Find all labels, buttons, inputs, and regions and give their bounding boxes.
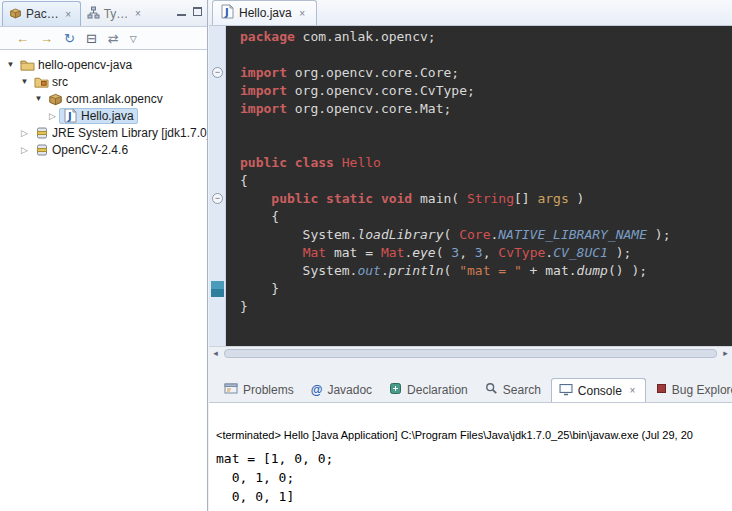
tab-label: Declaration bbox=[407, 383, 468, 397]
package-explorer-tabbar: Pac… Ty… bbox=[0, 0, 207, 27]
horizontal-scrollbar[interactable] bbox=[209, 346, 732, 359]
editor-tabbar: J Hello.java bbox=[209, 0, 732, 26]
tab-label: Console bbox=[578, 384, 622, 398]
scroll-right-icon[interactable] bbox=[719, 348, 732, 358]
tree-item-content[interactable]: JHello.java bbox=[59, 108, 138, 124]
tree-item-content[interactable]: src bbox=[31, 74, 71, 90]
project-tree: ▼hello-opencv-java▼src▼com.anlak.opencv▷… bbox=[0, 50, 207, 158]
collapsed-arrow-icon[interactable]: ▷ bbox=[18, 128, 31, 138]
console-process-info: <terminated> Hello [Java Application] C:… bbox=[216, 429, 732, 441]
code-line: public static void main( String[] args ) bbox=[240, 190, 732, 208]
tree-item-hello.java[interactable]: ▷JHello.java bbox=[0, 107, 207, 124]
fold-collapse-icon[interactable]: − bbox=[212, 193, 223, 204]
view-menu-icon[interactable] bbox=[130, 31, 137, 46]
tree-item-jre[interactable]: ▷JRE System Library [jdk1.7.0_25] bbox=[0, 124, 207, 141]
tree-item-content[interactable]: com.anlak.opencv bbox=[45, 91, 166, 107]
tab-hello-java[interactable]: J Hello.java bbox=[212, 0, 317, 25]
close-icon[interactable] bbox=[63, 9, 74, 20]
tree-item-content[interactable]: OpenCV-2.4.6 bbox=[31, 142, 131, 158]
maximize-icon[interactable] bbox=[193, 7, 202, 16]
tree-item-hello-opencv-java[interactable]: ▼hello-opencv-java bbox=[0, 56, 207, 73]
svg-text:J: J bbox=[67, 111, 72, 122]
tree-item-label: Hello.java bbox=[81, 109, 134, 123]
tab-console[interactable]: Console bbox=[551, 378, 646, 403]
scroll-left-icon[interactable] bbox=[209, 348, 222, 358]
tab-label: Javadoc bbox=[327, 383, 372, 397]
library-icon bbox=[34, 143, 49, 157]
tab-label: Search bbox=[503, 383, 541, 397]
tree-item-opencv-2.4.6[interactable]: ▷OpenCV-2.4.6 bbox=[0, 141, 207, 158]
library-icon bbox=[34, 126, 49, 140]
code-line bbox=[240, 118, 732, 136]
occurrence-marker[interactable] bbox=[211, 281, 224, 297]
console-output-line: mat = [1, 0, 0; bbox=[216, 449, 732, 468]
code-line: import org.opencv.core.Core; bbox=[240, 64, 732, 82]
tree-item-content[interactable]: JRE System Library [jdk1.7.0_25] bbox=[31, 125, 207, 141]
editor-body: −− package com.anlak.opencv;import org.o… bbox=[209, 26, 732, 346]
search-icon bbox=[485, 382, 498, 398]
code-line bbox=[240, 46, 732, 64]
console-icon bbox=[559, 383, 573, 399]
code-line bbox=[240, 136, 732, 154]
fold-collapse-icon[interactable]: − bbox=[212, 67, 223, 78]
code-line: System.loadLibrary( Core.NATIVE_LIBRARY_… bbox=[240, 226, 732, 244]
code-line: import org.opencv.core.Mat; bbox=[240, 100, 732, 118]
console-output-line: 0, 1, 0; bbox=[216, 468, 732, 487]
tree-item-content[interactable]: hello-opencv-java bbox=[17, 57, 135, 73]
expanded-arrow-icon[interactable]: ▼ bbox=[32, 94, 45, 103]
java-file-icon: J bbox=[221, 4, 234, 22]
expanded-arrow-icon[interactable]: ▼ bbox=[18, 77, 31, 86]
tab-label: Pac… bbox=[26, 7, 59, 21]
view-window-buttons bbox=[177, 7, 202, 16]
tree-item-label: OpenCV-2.4.6 bbox=[52, 143, 128, 157]
link-with-editor-icon[interactable] bbox=[108, 32, 119, 45]
collapse-all-icon[interactable] bbox=[86, 32, 97, 45]
tree-item-src[interactable]: ▼src bbox=[0, 73, 207, 90]
tab-type-hierarchy[interactable]: Ty… bbox=[81, 1, 150, 26]
collapsed-arrow-icon[interactable]: ▷ bbox=[18, 145, 31, 155]
tab-declaration[interactable]: Declaration bbox=[382, 378, 475, 402]
tab-package-explorer[interactable]: Pac… bbox=[2, 1, 81, 26]
back-icon[interactable] bbox=[16, 32, 29, 45]
tree-item-com.anlak.opencv[interactable]: ▼com.anlak.opencv bbox=[0, 90, 207, 107]
project-icon bbox=[20, 58, 35, 72]
declaration-icon bbox=[389, 382, 402, 398]
close-icon[interactable] bbox=[627, 385, 638, 396]
problems-icon bbox=[224, 382, 238, 398]
tree-item-label: src bbox=[52, 75, 68, 89]
code-line: { bbox=[240, 172, 732, 190]
console-output[interactable]: mat = [1, 0, 0; 0, 1, 0; 0, 0, 1] bbox=[216, 449, 732, 506]
bug-icon bbox=[656, 383, 667, 397]
console-view: <terminated> Hello [Java Application] C:… bbox=[209, 403, 732, 506]
tab-search[interactable]: Search bbox=[478, 378, 548, 402]
tab-bug-explorer[interactable]: Bug Explorer bbox=[649, 378, 732, 402]
editor-tab-label: Hello.java bbox=[239, 6, 292, 20]
close-icon[interactable] bbox=[297, 8, 308, 19]
editor-gutter: −− bbox=[209, 26, 226, 346]
bottom-tabbar: Problems@JavadocDeclarationSearchConsole… bbox=[209, 377, 732, 403]
tab-problems[interactable]: Problems bbox=[217, 378, 301, 402]
focus-icon[interactable] bbox=[64, 32, 75, 45]
java-file-icon: J bbox=[63, 108, 78, 123]
package-icon bbox=[48, 92, 63, 106]
tree-item-label: hello-opencv-java bbox=[38, 58, 132, 72]
close-icon[interactable] bbox=[132, 8, 143, 19]
code-area[interactable]: package com.anlak.opencv;import org.open… bbox=[226, 26, 732, 346]
code-line: public class Hello bbox=[240, 154, 732, 172]
tab-javadoc[interactable]: @Javadoc bbox=[304, 378, 379, 402]
package-explorer-panel: Pac… Ty… ▼hello-opencv-java▼src▼com.anla… bbox=[0, 0, 208, 511]
code-line: package com.anlak.opencv; bbox=[240, 28, 732, 46]
tab-label: Ty… bbox=[104, 7, 129, 21]
minimize-icon[interactable] bbox=[177, 8, 186, 16]
expanded-arrow-icon[interactable]: ▼ bbox=[4, 60, 17, 69]
code-line: { bbox=[240, 208, 732, 226]
package-explorer-toolbar bbox=[0, 27, 207, 50]
javadoc-icon: @ bbox=[311, 383, 323, 397]
forward-icon[interactable] bbox=[40, 32, 53, 45]
tab-label: Bug Explorer bbox=[672, 383, 732, 397]
scrollbar-thumb[interactable] bbox=[224, 349, 717, 358]
type-hierarchy-icon bbox=[87, 6, 100, 22]
bottom-panel: Problems@JavadocDeclarationSearchConsole… bbox=[209, 377, 732, 511]
collapsed-arrow-icon[interactable]: ▷ bbox=[46, 111, 59, 121]
code-line: } bbox=[240, 280, 732, 298]
